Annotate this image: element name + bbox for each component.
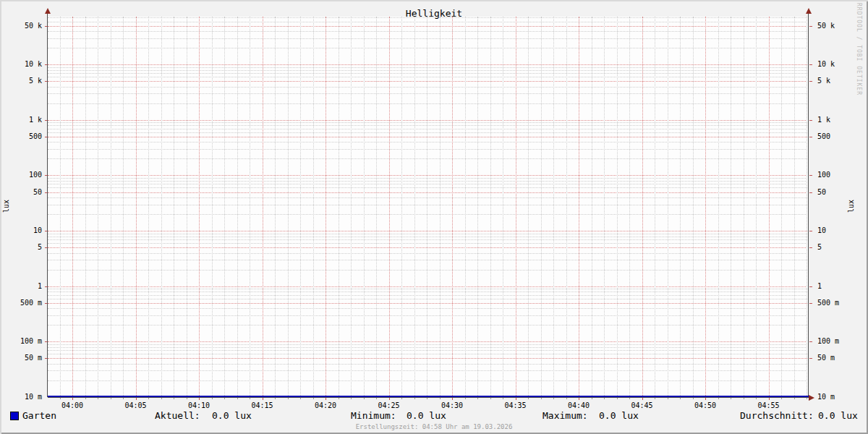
- x-tick-minor: [339, 398, 339, 399]
- grid-line-major-h: [48, 341, 809, 342]
- x-tick-minor: [693, 398, 694, 399]
- y-tick-label: 50: [4, 188, 42, 197]
- x-tick-label: 04:35: [500, 401, 532, 410]
- x-tick-minor: [148, 398, 149, 399]
- x-tick-minor: [85, 398, 86, 399]
- x-tick-major: [199, 398, 200, 400]
- x-tick-minor: [401, 398, 402, 399]
- grid-line-major-v: [72, 17, 73, 397]
- grid-line-major-h: [48, 247, 809, 248]
- y-tick-right: [809, 175, 812, 176]
- x-tick-label: 04:55: [753, 401, 785, 410]
- grid-line-minor-v: [744, 17, 744, 397]
- grid-line-minor-h: [48, 73, 809, 74]
- y-tick-label: 500: [4, 132, 42, 141]
- x-tick-major: [72, 398, 73, 400]
- x-tick-minor: [807, 398, 807, 399]
- x-tick-minor: [161, 398, 162, 399]
- x-tick-label: 04:50: [689, 401, 721, 410]
- x-tick-major: [516, 398, 516, 400]
- x-tick-minor: [288, 398, 289, 399]
- grid-line-minor-h: [48, 325, 809, 326]
- y-tick-right: [809, 341, 812, 342]
- grid-line-minor-h: [48, 70, 809, 71]
- grid-line-major-h: [48, 120, 809, 121]
- x-tick-minor: [465, 398, 466, 399]
- grid-line-minor-v: [668, 17, 668, 397]
- y-tick-label: 50: [817, 188, 855, 197]
- grid-line-minor-h: [48, 38, 809, 39]
- x-tick-minor: [617, 398, 618, 399]
- x-tick-label: 04:30: [436, 401, 468, 410]
- grid-line-minor-h: [48, 239, 809, 240]
- y-tick-label: 1 k: [4, 116, 42, 124]
- x-tick-minor: [541, 398, 542, 399]
- series-line-garten: [48, 396, 809, 397]
- grid-line-minor-v: [617, 17, 618, 397]
- grid-line-minor-v: [85, 17, 86, 397]
- grid-line-minor-h: [48, 354, 809, 354]
- y-tick-label: 5: [817, 243, 855, 252]
- grid-line-minor-v: [300, 17, 301, 397]
- grid-line-minor-h: [48, 347, 809, 348]
- y-tick-label: 10: [817, 226, 855, 235]
- grid-line-minor-h: [48, 93, 809, 94]
- x-tick-minor: [629, 398, 630, 399]
- grid-line-minor-h: [48, 158, 809, 159]
- x-tick-minor: [414, 398, 415, 399]
- grid-line-minor-h: [48, 315, 809, 316]
- grid-line-minor-v: [566, 17, 567, 397]
- grid-line-major-v: [326, 17, 326, 397]
- grid-line-minor-v: [756, 17, 757, 397]
- x-tick-minor: [237, 398, 238, 399]
- y-tick-right: [809, 247, 812, 248]
- grid-line-minor-v: [680, 17, 681, 397]
- chart-title: Helligkeit: [0, 9, 868, 19]
- grid-line-minor-h: [48, 197, 809, 198]
- legend-series-label: Garten: [22, 411, 56, 421]
- x-tick-minor: [427, 398, 427, 399]
- grid-line-minor-v: [224, 17, 225, 397]
- grid-line-minor-v: [376, 17, 377, 397]
- y-tick-right: [809, 231, 812, 231]
- x-axis-line: [48, 397, 809, 398]
- grid-line-minor-v: [693, 17, 694, 397]
- grid-line-minor-v: [541, 17, 542, 397]
- grid-line-minor-h: [48, 295, 809, 296]
- grid-line-minor-h: [48, 289, 809, 289]
- y-tick-label: 100 m: [817, 337, 855, 346]
- grid-line-major-v: [263, 17, 263, 397]
- x-tick-minor: [250, 398, 250, 399]
- grid-line-minor-h: [48, 125, 809, 126]
- y-tick-label: 1: [4, 282, 42, 291]
- grid-line-minor-v: [250, 17, 250, 397]
- x-tick-label: 04:40: [563, 401, 595, 410]
- x-tick-minor: [60, 398, 61, 399]
- grid-line-minor-h: [48, 243, 809, 244]
- y-tick-label: 500 m: [4, 299, 42, 307]
- y-axis-arrow-right-icon: [806, 8, 812, 14]
- grid-line-major-h: [48, 231, 809, 231]
- grid-line-major-v: [452, 17, 453, 397]
- x-tick-major: [705, 398, 706, 400]
- y-tick-label: 5 k: [817, 77, 855, 85]
- x-tick-minor: [566, 398, 567, 399]
- y-tick-right: [809, 64, 812, 65]
- x-tick-major: [136, 398, 137, 400]
- grid-line-minor-v: [427, 17, 427, 397]
- grid-line-minor-h: [48, 260, 809, 260]
- grid-line-minor-h: [48, 350, 809, 351]
- y-tick-label: 50 k: [4, 22, 42, 30]
- grid-line-minor-h: [48, 181, 809, 182]
- x-tick-major: [326, 398, 326, 400]
- stat-minimum-label: Minimum:: [351, 411, 396, 421]
- x-tick-major: [452, 398, 453, 400]
- x-tick-minor: [718, 398, 719, 399]
- grid-line-minor-v: [275, 17, 276, 397]
- grid-line-minor-v: [807, 17, 807, 397]
- grid-line-minor-h: [48, 370, 809, 371]
- grid-line-minor-h: [48, 122, 809, 123]
- grid-line-major-h: [48, 175, 809, 176]
- grid-line-major-h: [48, 286, 809, 287]
- y-tick-label: 50 k: [817, 22, 855, 30]
